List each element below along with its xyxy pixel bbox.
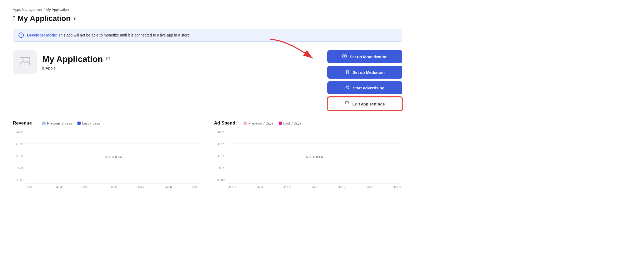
adspend-grid-0	[227, 130, 402, 130]
revenue-x-jan7: Jan 7	[136, 185, 146, 189]
revenue-x-jan3: Jan 3	[25, 185, 36, 189]
apple-platform-icon: 	[42, 66, 44, 71]
revenue-last-dot	[77, 122, 81, 125]
adspend-prev-label: Previous 7 days	[248, 121, 273, 125]
app-platform: Apple	[46, 66, 56, 70]
svg-rect-0	[20, 57, 30, 65]
svg-point-1	[22, 59, 24, 61]
adspend-x-jan4: Jan 4	[254, 185, 265, 189]
setup-monetization-button[interactable]: Set up Monetization	[327, 50, 402, 63]
app-name: My Application	[42, 54, 103, 64]
dev-banner-label: Developer Mode:	[27, 33, 57, 37]
adspend-chart-title: Ad Spend	[214, 120, 238, 126]
revenue-x-jan4: Jan 4	[53, 185, 64, 189]
revenue-y-5k: $5K	[13, 166, 23, 170]
adspend-prev-dot	[244, 122, 247, 125]
page-title-row:  My Application ▾	[13, 14, 402, 23]
adspend-y-10k: $10K	[214, 154, 224, 158]
action-buttons: Set up Monetization Set up Mediation	[327, 50, 402, 111]
adspend-legend-last: Last 7 days	[279, 121, 301, 125]
info-icon: !	[18, 32, 24, 38]
revenue-x-jan8: Jan 8	[163, 185, 174, 189]
revenue-grid-75	[25, 170, 201, 170]
adspend-grid-25	[227, 144, 402, 144]
revenue-x-jan6: Jan 6	[108, 185, 119, 189]
revenue-chart-header: Revenue Previous 7 days Last 7 days	[13, 120, 201, 126]
adspend-x-jan9: Jan 9	[392, 185, 402, 189]
adspend-legend-prev: Previous 7 days	[244, 121, 273, 125]
revenue-chart-area: $20K $15K $10K $5K $0.00 NO DATA Jan 3 J…	[13, 130, 201, 189]
dev-banner-message: This app will not be able to monetize un…	[58, 33, 190, 37]
revenue-last-label: Last 7 days	[82, 121, 100, 125]
megaphone-icon	[345, 85, 350, 91]
adspend-y-20k: $20K	[214, 130, 224, 133]
revenue-y-20k: $20K	[13, 130, 23, 133]
app-name-row: My Application	[42, 54, 110, 64]
revenue-grid-0	[25, 130, 201, 130]
adspend-y-15k: $15K	[214, 142, 224, 145]
setup-mediation-button[interactable]: Set up Mediation	[327, 66, 402, 79]
breadcrumb-separator: /	[44, 8, 45, 12]
revenue-legend-last: Last 7 days	[77, 121, 100, 125]
revenue-chart-title: Revenue	[13, 120, 37, 126]
revenue-x-jan5: Jan 5	[80, 185, 91, 189]
revenue-y-10k: $10K	[13, 154, 23, 158]
adspend-chart-plot: NO DATA	[227, 130, 402, 184]
adspend-chart-header: Ad Spend Previous 7 days Last 7 days	[214, 120, 402, 126]
app-info: My Application  Apple	[13, 50, 110, 74]
adspend-x-jan8: Jan 8	[364, 185, 375, 189]
adspend-y-0: $0.00	[214, 178, 224, 182]
revenue-y-axis: $20K $15K $10K $5K $0.00	[13, 130, 23, 182]
app-icon-box	[13, 50, 37, 74]
adspend-chart: Ad Spend Previous 7 days Last 7 days $20…	[214, 120, 402, 189]
revenue-y-0: $0.00	[13, 178, 23, 182]
dollar-icon	[342, 54, 347, 60]
edit-icon	[345, 101, 350, 107]
revenue-chart-plot: NO DATA	[25, 130, 201, 184]
title-chevron-icon[interactable]: ▾	[73, 16, 76, 21]
revenue-x-jan9: Jan 9	[190, 185, 201, 189]
action-buttons-area: Set up Monetization Set up Mediation	[327, 50, 402, 111]
adspend-x-jan5: Jan 5	[282, 185, 292, 189]
layers-icon	[345, 69, 350, 75]
adspend-last-dot	[279, 122, 282, 125]
dev-banner-text: Developer Mode: This app will not be abl…	[27, 33, 191, 37]
app-name-block: My Application  Apple	[42, 54, 110, 71]
adspend-no-data: NO DATA	[306, 155, 323, 159]
edit-app-settings-button[interactable]: Edit app settings	[327, 97, 402, 111]
revenue-grid-25	[25, 144, 201, 144]
page-title: My Application	[18, 14, 71, 23]
adspend-chart-area: $20K $15K $10K $5K $0.00 NO DATA Jan 3 J…	[214, 130, 402, 189]
breadcrumb: Apps Management / My Application	[13, 8, 402, 12]
breadcrumb-parent[interactable]: Apps Management	[13, 8, 42, 12]
adspend-x-jan3: Jan 3	[227, 185, 237, 189]
revenue-legend-prev: Previous 7 days	[42, 121, 72, 125]
revenue-y-15k: $15K	[13, 142, 23, 145]
start-advertising-button[interactable]: Start advertising	[327, 81, 402, 94]
app-platform-row:  Apple	[42, 66, 110, 71]
app-icon-placeholder	[20, 56, 30, 68]
external-link-icon[interactable]	[106, 56, 110, 62]
revenue-prev-label: Previous 7 days	[47, 121, 72, 125]
apple-logo-icon: 	[13, 14, 16, 23]
app-header: My Application  Apple	[13, 50, 402, 111]
adspend-x-jan7: Jan 7	[337, 185, 347, 189]
revenue-x-axis: Jan 3 Jan 4 Jan 5 Jan 6 Jan 7 Jan 8 Jan …	[25, 184, 201, 189]
adspend-grid-75	[227, 170, 402, 170]
dev-mode-banner: ! Developer Mode: This app will not be a…	[13, 29, 402, 42]
adspend-y-axis: $20K $15K $10K $5K $0.00	[214, 130, 224, 182]
adspend-y-5k: $5K	[214, 166, 224, 170]
adspend-x-axis: Jan 3 Jan 4 Jan 5 Jan 6 Jan 7 Jan 8 Jan …	[227, 184, 402, 189]
adspend-last-label: Last 7 days	[283, 121, 301, 125]
revenue-prev-dot	[42, 122, 46, 125]
charts-section: Revenue Previous 7 days Last 7 days $20K…	[13, 120, 402, 189]
revenue-chart: Revenue Previous 7 days Last 7 days $20K…	[13, 120, 201, 189]
adspend-x-jan6: Jan 6	[309, 185, 320, 189]
revenue-no-data: NO DATA	[104, 155, 122, 159]
breadcrumb-current: My Application	[46, 8, 69, 12]
